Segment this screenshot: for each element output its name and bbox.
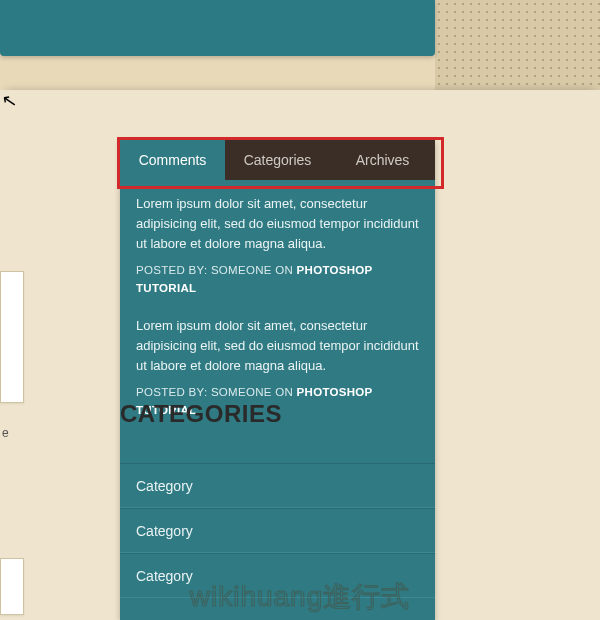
tab-comments[interactable]: Comments: [120, 140, 225, 180]
category-item[interactable]: Category: [120, 463, 435, 508]
tab-archives[interactable]: Archives: [330, 140, 435, 180]
category-item[interactable]: Category: [120, 508, 435, 553]
categories-heading: CATEGORIES: [120, 400, 282, 428]
mouse-cursor-icon: ↖: [1, 91, 19, 111]
left-fragment-text: e: [2, 426, 9, 440]
comment-text: Lorem ipsum dolor sit amet, consectetur …: [136, 316, 419, 376]
category-item[interactable]: Category: [120, 553, 435, 598]
sidebar-tabs: Comments Categories Archives: [120, 140, 435, 180]
left-thumbnail-partial: [0, 271, 24, 403]
comment-meta-prefix: POSTED BY: SOMEONE ON: [136, 386, 297, 398]
comments-body: Lorem ipsum dolor sit amet, consectetur …: [120, 180, 435, 420]
left-thumbnail-partial: [0, 558, 24, 615]
comment-meta: POSTED BY: SOMEONE ON PHOTOSHOP TUTORIAL: [136, 262, 419, 298]
categories-list: Category Category Category: [120, 463, 435, 598]
comment-meta-prefix: POSTED BY: SOMEONE ON: [136, 264, 297, 276]
top-navigation-bar: [0, 0, 435, 56]
header-dots-pattern: [435, 0, 600, 90]
comment-text: Lorem ipsum dolor sit amet, consectetur …: [136, 194, 419, 254]
tab-categories[interactable]: Categories: [225, 140, 330, 180]
comment-item: Lorem ipsum dolor sit amet, consectetur …: [136, 194, 419, 298]
